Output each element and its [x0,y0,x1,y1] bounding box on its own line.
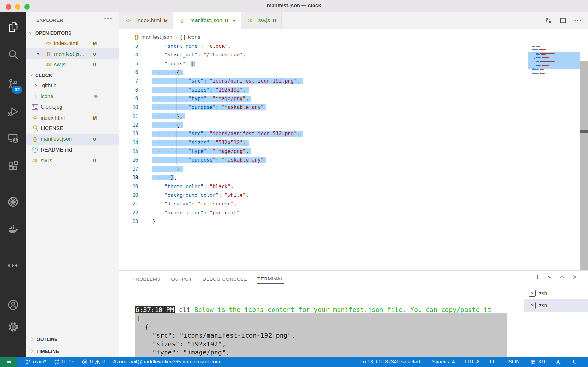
sidebar-item-run-and-debug[interactable] [0,101,26,122]
code-line-22[interactable]: 22 "orientation": "portrait" [119,209,588,217]
close-tab-icon[interactable]: × [232,17,236,24]
code-line-18[interactable]: 18······], [119,173,588,182]
eol-status[interactable]: LF [490,359,496,365]
close-panel-icon[interactable] [571,274,578,280]
code-line-3[interactable]: 3 "short_name": "clock", [119,45,588,51]
terminal-session-2[interactable]: >zsh [524,299,588,312]
code-line-6[interactable]: 6········{ [119,68,588,77]
launch-profile-chevron-icon[interactable] [547,275,552,279]
indentation-status[interactable]: Spaces: 4 [432,359,455,365]
editor-more-actions-icon[interactable]: ··· [574,17,582,24]
line-number: 14 [119,138,138,147]
sidebar-item-extensions[interactable] [0,156,26,176]
settings-button[interactable] [0,317,26,337]
xd-extension-status[interactable]: XD [530,359,545,365]
sidebar-item-search[interactable] [0,44,26,65]
outline-section-header[interactable]: OUTLINE [26,333,119,345]
sync-status[interactable]: 0↓ 1↑ [54,359,74,365]
terminal-selected-block[interactable]: [ { "src": "icons/manifest-icon-192.png"… [135,313,507,357]
chevron-right-icon [30,337,33,341]
remote-indicator[interactable]: >< [0,357,17,367]
code-line-19[interactable]: 19 "theme_color": "black", [119,182,588,191]
encoding-status[interactable]: UTF-8 [465,359,479,365]
sidebar-item-source-control[interactable]: 32 [0,74,26,94]
file-row--github[interactable]: .github [26,80,119,91]
code-line-10[interactable]: 10············"purpose":·"maskable·any" [119,103,588,112]
code-line-9[interactable]: 9············"type":·"image/png", [119,95,588,103]
panel-tab-problems[interactable]: PROBLEMS [132,274,161,284]
code-line-7[interactable]: 7············"src":·"icons/manifest-icon… [119,77,588,86]
line-number: 8 [119,86,138,95]
sidebar-item-docker[interactable] [0,219,26,239]
sidebar-item-remote-explorer[interactable] [0,128,26,148]
breadcrumb[interactable]: {} manifest.json › [ ] icons [119,29,588,45]
code-line-8[interactable]: 8············"sizes":·"192x192", [119,86,588,95]
eol-label: LF [490,359,496,365]
open-editor-index-html[interactable]: <>index.htmlM [26,38,119,48]
editor-scrollbar[interactable] [580,61,588,270]
code-line-15[interactable]: 15············"type":·"image/png", [119,147,588,156]
array-icon: [ ] [180,34,185,40]
tab-git-badge: U [225,18,228,23]
explorer-more-actions[interactable]: ··· [104,15,113,23]
git-status-badge: U [93,51,96,57]
code-line-14[interactable]: 14············"sizes":·"512x512", [119,138,588,147]
language-mode-status[interactable]: JSON [506,359,520,365]
account-icon [7,299,19,311]
breadcrumb-symbol[interactable]: icons [188,34,200,40]
xd-label: XD [538,359,545,365]
timeline-section-header[interactable]: TIMELINE [26,345,119,357]
file-label: LICENSE [41,125,63,131]
activity-more-tools[interactable]: ••• [0,255,26,276]
maximize-panel-icon[interactable] [559,274,565,280]
open-editor-manifest-js-[interactable]: ×{}manifest.js…U [26,48,119,59]
code-line-23[interactable]: 23} [119,217,588,226]
open-changes-icon[interactable] [545,17,552,24]
sidebar-item-explorer[interactable] [0,17,26,38]
open-editor-sw-js[interactable]: JSsw.jsU [26,59,119,70]
panel-tab-output[interactable]: OUTPUT [171,274,192,284]
open-editor-label: index.html [54,40,78,46]
code-editor[interactable]: 3 "short_name": "clock",4 "start_url": "… [119,45,588,270]
code-line-13[interactable]: 13············"src":·"icons/manifest-ico… [119,129,588,138]
accounts-button[interactable] [0,295,26,315]
azure-account-status[interactable]: Azure: neil@haddleyoffice365.onmicrosoft… [113,359,220,365]
code-line-12[interactable]: 12········{ [119,121,588,129]
tab-label: index.html [136,17,161,24]
feedback-status[interactable] [555,359,561,365]
folder-section-header[interactable]: CLOCK [26,70,119,80]
file-label: .github [41,82,57,88]
code-line-20[interactable]: 20 "background_color": "white", [119,191,588,200]
code-line-17[interactable]: 17········} [119,165,588,173]
code-line-4[interactable]: 4 "start_url": "/?home=true", [119,51,588,59]
code-line-5[interactable]: 5 "icons": [ [119,60,588,68]
file-row-license[interactable]: LICENSE [26,123,119,134]
panel-tab-terminal[interactable]: TERMINAL [257,274,284,284]
terminal-message: Below is the icons content for your mani… [194,306,491,313]
terminal-session-1[interactable]: >zsh [524,287,588,299]
breadcrumb-file[interactable]: manifest.json [141,34,172,40]
tab-manifest-json[interactable]: {}manifest.jsonU× [173,12,241,29]
tab-index-html[interactable]: <>index.htmlM [119,12,173,29]
file-row-index-html[interactable]: <>index.htmlM [26,112,119,123]
sidebar-item-kubernetes[interactable] [0,192,26,212]
new-terminal-icon[interactable] [535,274,541,280]
code-line-16[interactable]: 16············"purpose":·"maskable·any" [119,156,588,164]
problems-status[interactable]: 0 0 [82,359,105,365]
branch-status[interactable]: main* [25,359,46,365]
file-row-manifest-json[interactable]: {}manifest.jsonU [26,134,119,144]
open-editors-header[interactable]: OPEN EDITORS [26,28,119,38]
code-line-21[interactable]: 21 "display": "fullscreen", [119,200,588,208]
cursor-position-status[interactable]: Ln 18, Col 8 (340 selected) [360,359,422,365]
code-line-11[interactable]: 11········}, [119,112,588,121]
minimap[interactable] [528,45,580,270]
file-row-icons[interactable]: icons [26,91,119,102]
file-row-sw-js[interactable]: JSsw.jsU [26,155,119,166]
split-editor-icon[interactable] [559,17,567,24]
notifications-status[interactable] [572,359,578,365]
tab-sw-js[interactable]: JSsw.jsU [241,12,282,29]
file-row-readme-md[interactable]: iREADME.md [26,145,119,155]
panel-tab-debug-console[interactable]: DEBUG CONSOLE [202,274,247,284]
close-editor-icon[interactable]: × [36,50,40,57]
file-row-clock-jpg[interactable]: Clock.jpg [26,102,119,112]
